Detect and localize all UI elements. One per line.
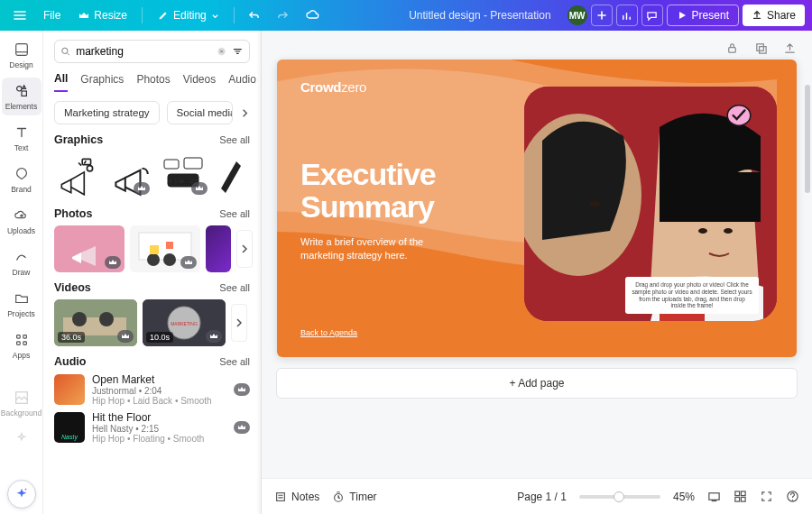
chevron-right-icon[interactable]	[240, 108, 250, 118]
vertical-scrollbar[interactable]	[805, 85, 810, 460]
search-input-wrap[interactable]	[54, 40, 250, 63]
svg-point-39	[724, 228, 733, 234]
scroll-right-button[interactable]	[236, 230, 253, 268]
play-icon	[677, 10, 687, 21]
graphic-thumb[interactable]	[106, 151, 153, 198]
rail-apps[interactable]: Apps	[2, 326, 42, 364]
photo-thumb[interactable]	[206, 225, 231, 272]
background-icon	[13, 389, 31, 407]
video-duration: 10.0s	[146, 332, 173, 343]
hamburger-menu-icon[interactable]	[7, 3, 32, 28]
rail-design[interactable]: Design	[2, 36, 42, 74]
upload-icon	[752, 10, 762, 21]
magic-button[interactable]	[7, 480, 36, 509]
notes-icon	[274, 491, 287, 503]
video-duration: 36.0s	[58, 332, 85, 343]
tab-graphics[interactable]: Graphics	[80, 73, 124, 91]
folder-icon	[13, 289, 31, 307]
see-all-link[interactable]: See all	[219, 134, 250, 145]
notes-button[interactable]: Notes	[274, 491, 319, 503]
timer-button[interactable]: Timer	[332, 491, 376, 503]
cloud-sync-icon[interactable]	[300, 3, 325, 28]
svg-rect-44	[712, 500, 717, 501]
editing-mode-dropdown[interactable]: Editing	[150, 5, 226, 26]
avatar[interactable]: MW	[567, 5, 587, 25]
premium-icon	[206, 330, 222, 343]
rail-effects[interactable]	[2, 426, 42, 453]
svg-rect-13	[164, 160, 179, 169]
graphic-thumb[interactable]	[54, 151, 101, 198]
see-all-link[interactable]: See all	[219, 356, 250, 367]
graphic-thumb[interactable]	[217, 151, 244, 198]
add-page-button[interactable]: + Add page	[276, 368, 798, 399]
audio-title: Hit the Floor	[92, 411, 226, 424]
rail-projects[interactable]: Projects	[2, 285, 42, 323]
panel-tabs: All Graphics Photos Videos Audio	[54, 72, 250, 92]
lock-icon[interactable]	[724, 40, 740, 56]
svg-point-36	[589, 201, 600, 207]
rail-elements[interactable]: Elements	[2, 78, 42, 115]
rail-text[interactable]: Text	[2, 119, 42, 157]
slide[interactable]: Crowdzero ExecutiveSummary Write a brief…	[277, 60, 797, 357]
page-indicator[interactable]: Page 1 / 1	[517, 491, 567, 503]
file-menu[interactable]: File	[36, 5, 68, 26]
present-label: Present	[692, 9, 729, 22]
canvas-tools	[262, 31, 812, 60]
file-label: File	[43, 9, 60, 22]
help-icon[interactable]	[786, 490, 799, 503]
svg-point-38	[698, 228, 707, 234]
video-thumb[interactable]: MARKETING 10.0s	[143, 299, 226, 346]
tab-photos[interactable]: Photos	[136, 73, 170, 91]
document-title[interactable]: Untitled design - Presentation	[409, 9, 550, 22]
svg-rect-48	[741, 497, 745, 501]
analytics-button[interactable]	[616, 5, 638, 26]
rail-brand[interactable]: Brand	[2, 161, 42, 198]
tab-audio[interactable]: Audio	[228, 73, 256, 91]
chip[interactable]: Marketing strategy	[54, 101, 160, 124]
scroll-right-button[interactable]	[231, 304, 247, 342]
rail-draw[interactable]: Draw	[2, 243, 42, 281]
add-collaborator-button[interactable]	[591, 5, 613, 26]
video-thumb[interactable]: 36.0s	[54, 299, 137, 346]
audio-tags: Hip Hop • Floating • Smooth	[92, 434, 226, 444]
present-button[interactable]: Present	[667, 5, 739, 26]
see-all-link[interactable]: See all	[219, 208, 250, 219]
duplicate-icon[interactable]	[752, 40, 769, 56]
svg-rect-46	[741, 491, 745, 496]
premium-icon	[105, 256, 121, 269]
export-icon[interactable]	[781, 40, 798, 56]
zoom-slider[interactable]	[579, 495, 660, 499]
svg-rect-4	[23, 335, 26, 339]
svg-point-1	[16, 87, 21, 91]
audio-item[interactable]: Nasty Hit the Floor Hell Nasty • 2:15 Hi…	[54, 411, 250, 444]
pencil-icon	[157, 10, 169, 22]
undo-button[interactable]	[242, 3, 267, 28]
audio-title: Open Market	[92, 373, 226, 386]
filter-icon[interactable]	[232, 44, 244, 59]
zoom-value: 45%	[673, 491, 695, 503]
photo-thumb[interactable]	[130, 225, 200, 272]
rail-label: Projects	[7, 309, 35, 318]
tab-all[interactable]: All	[54, 72, 68, 92]
svg-rect-21	[150, 245, 159, 254]
uploads-icon	[13, 207, 31, 225]
svg-text:MARKETING: MARKETING	[171, 321, 198, 326]
view-grid-icon[interactable]	[707, 490, 721, 503]
resize-button[interactable]: Resize	[71, 5, 134, 26]
redo-button[interactable]	[271, 3, 296, 28]
rail-uploads[interactable]: Uploads	[2, 202, 42, 240]
fullscreen-icon[interactable]	[760, 490, 773, 503]
tab-videos[interactable]: Videos	[183, 73, 216, 91]
audio-item[interactable]: Open Market Justnormal • 2:04 Hip Hop • …	[54, 373, 250, 406]
see-all-link[interactable]: See all	[219, 282, 250, 293]
photo-thumb[interactable]	[54, 225, 125, 272]
clear-icon[interactable]	[217, 45, 226, 58]
chip[interactable]: Social media marke	[167, 101, 233, 124]
rail-background[interactable]: Background	[2, 384, 42, 422]
graphic-thumb[interactable]: MARKETING	[159, 151, 211, 198]
search-input[interactable]	[76, 45, 211, 58]
comment-button[interactable]	[641, 5, 663, 26]
grid-view-icon[interactable]	[734, 490, 747, 503]
back-to-agenda-link[interactable]: Back to Agenda	[300, 328, 357, 337]
share-button[interactable]: Share	[743, 5, 805, 26]
